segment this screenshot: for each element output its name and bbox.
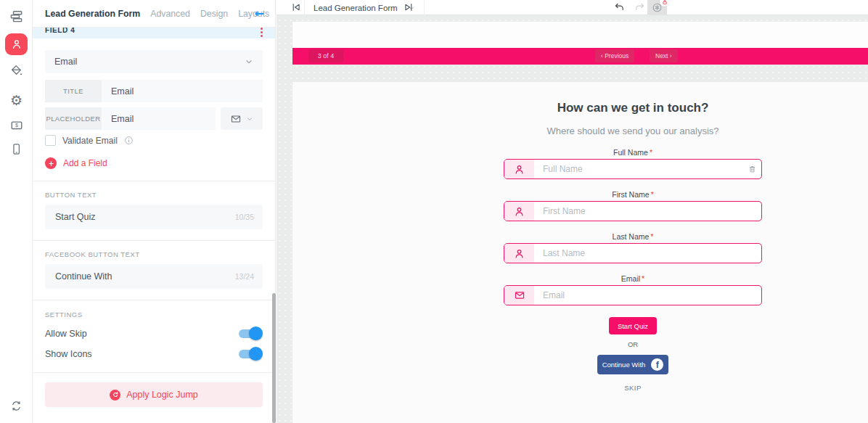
- facebook-button-text-section-label: FACEBOOK BUTTON TEXT: [45, 250, 140, 258]
- payment-icon[interactable]: $: [0, 119, 33, 132]
- sync-icon[interactable]: [0, 400, 33, 412]
- trash-icon[interactable]: [748, 165, 756, 173]
- email-input[interactable]: [534, 286, 761, 305]
- show-icons-label: Show Icons: [45, 349, 92, 359]
- allow-skip-label: Allow Skip: [45, 329, 87, 339]
- settings-section-label: SETTINGS: [45, 311, 83, 319]
- preview-toolbar: Lead Generation Form: [277, 0, 868, 15]
- person-icon: [504, 244, 534, 263]
- button-text-setting: 10/35: [45, 205, 263, 229]
- layers-icon[interactable]: [0, 9, 33, 23]
- panel-tab-bar: Lead Generation Form Advanced Design Lay…: [33, 0, 275, 28]
- divider: [33, 372, 275, 373]
- paint-bucket-icon[interactable]: [0, 64, 33, 77]
- previous-button[interactable]: ‹ Previous: [595, 49, 634, 62]
- show-icons-toggle[interactable]: [239, 350, 261, 358]
- divider: [33, 300, 275, 300]
- form-page-card: How can we get in touch? Where should we…: [292, 82, 868, 423]
- person-icon: [504, 160, 534, 178]
- gear-icon[interactable]: ⚙: [0, 94, 33, 107]
- add-a-field-label: Add a Field: [63, 158, 107, 168]
- first-name-label: First Name*: [504, 190, 762, 199]
- placeholder-input[interactable]: [102, 107, 216, 130]
- progress-bar: [292, 48, 868, 65]
- tab-design[interactable]: Design: [200, 9, 228, 19]
- info-icon: [124, 136, 134, 145]
- field-icon-picker[interactable]: [221, 107, 263, 130]
- facebook-icon: f: [651, 358, 663, 371]
- last-name-label: Last Name*: [504, 232, 762, 241]
- facebook-button-text-counter: 13/24: [235, 272, 263, 281]
- add-a-field-button[interactable]: Add a Field: [45, 157, 107, 169]
- validate-email-checkbox[interactable]: [45, 135, 56, 146]
- apply-logic-jump-label: Apply Logic Jump: [126, 390, 198, 400]
- title-setting-row: TITLE: [45, 80, 263, 102]
- tab-lead-generation-form[interactable]: Lead Generation Form: [45, 9, 140, 19]
- email-field[interactable]: [504, 285, 762, 305]
- person-icon: [504, 202, 534, 221]
- chevron-down-icon: [246, 115, 253, 123]
- title-setting-label: TITLE: [45, 80, 102, 102]
- back-arrow-icon[interactable]: ←: [255, 7, 264, 20]
- lock-icon: [660, 0, 669, 7]
- facebook-button-label: Continue With: [602, 361, 646, 369]
- form-subtitle: Where should we send you our analysis?: [504, 126, 762, 136]
- divider: [33, 181, 275, 181]
- full-name-label: Full Name*: [504, 148, 762, 157]
- required-marker: *: [650, 232, 653, 241]
- required-marker: *: [642, 274, 644, 283]
- preview-page-header: [292, 22, 868, 48]
- email-label: Email*: [504, 274, 762, 283]
- placeholder-setting-label: PLACEHOLDER: [45, 107, 102, 130]
- redo-icon[interactable]: [634, 2, 645, 13]
- required-marker: *: [651, 190, 654, 199]
- last-name-field[interactable]: [504, 243, 762, 263]
- logic-jump-icon: [110, 390, 120, 401]
- settings-panel: FIELD 4 Lead Generation Form Advanced De…: [33, 0, 276, 423]
- undo-icon[interactable]: [614, 2, 625, 13]
- skip-link[interactable]: SKIP: [504, 384, 762, 392]
- validate-email-label: Validate Email: [62, 136, 118, 146]
- field-type-select[interactable]: Email: [45, 50, 263, 73]
- allow-skip-row: Allow Skip: [45, 327, 263, 341]
- mobile-icon[interactable]: [0, 143, 33, 155]
- show-icons-row: Show Icons: [45, 347, 263, 361]
- continue-with-facebook-button[interactable]: Continue With f: [597, 355, 668, 374]
- person-content-tab-active[interactable]: [5, 33, 28, 55]
- plus-icon: [45, 157, 57, 169]
- progress-step-badge: 3 of 4: [308, 49, 343, 62]
- icon-rail: ⚙ $: [0, 0, 33, 423]
- envelope-icon: [230, 114, 242, 124]
- panel-scrollbar[interactable]: [272, 293, 276, 423]
- full-name-input[interactable]: [534, 160, 761, 178]
- form-title: How can we get in touch?: [504, 101, 762, 115]
- button-text-section-label: BUTTON TEXT: [45, 191, 97, 199]
- divider: [33, 240, 275, 241]
- button-text-counter: 10/35: [235, 213, 263, 221]
- field-options-kebab-menu[interactable]: [259, 26, 264, 38]
- next-page-icon[interactable]: [404, 2, 414, 12]
- envelope-icon: [504, 286, 534, 305]
- validate-email-row: Validate Email: [45, 135, 134, 146]
- next-button[interactable]: Next ›: [650, 49, 678, 62]
- page-selector-value: Lead Generation Form: [314, 4, 398, 12]
- button-text-input[interactable]: [45, 212, 235, 222]
- previous-page-icon[interactable]: [291, 2, 301, 12]
- facebook-button-text-setting: 13/24: [45, 264, 263, 289]
- start-quiz-button[interactable]: Start Quiz: [609, 317, 657, 334]
- apply-logic-jump-button[interactable]: Apply Logic Jump: [45, 382, 263, 407]
- facebook-button-text-input[interactable]: [45, 271, 235, 282]
- tab-advanced[interactable]: Advanced: [150, 9, 190, 19]
- title-input[interactable]: [102, 80, 263, 102]
- last-name-input[interactable]: [534, 244, 761, 263]
- person-icon: [11, 38, 22, 50]
- allow-skip-toggle[interactable]: [239, 329, 261, 338]
- svg-text:$: $: [15, 123, 18, 128]
- placeholder-setting-row: PLACEHOLDER: [45, 107, 263, 130]
- or-separator-label: OR: [504, 340, 762, 348]
- first-name-field[interactable]: [504, 201, 762, 221]
- first-name-input[interactable]: [534, 202, 761, 221]
- full-name-field[interactable]: [504, 159, 762, 179]
- required-marker: *: [650, 148, 652, 157]
- chevron-down-icon: [245, 57, 253, 66]
